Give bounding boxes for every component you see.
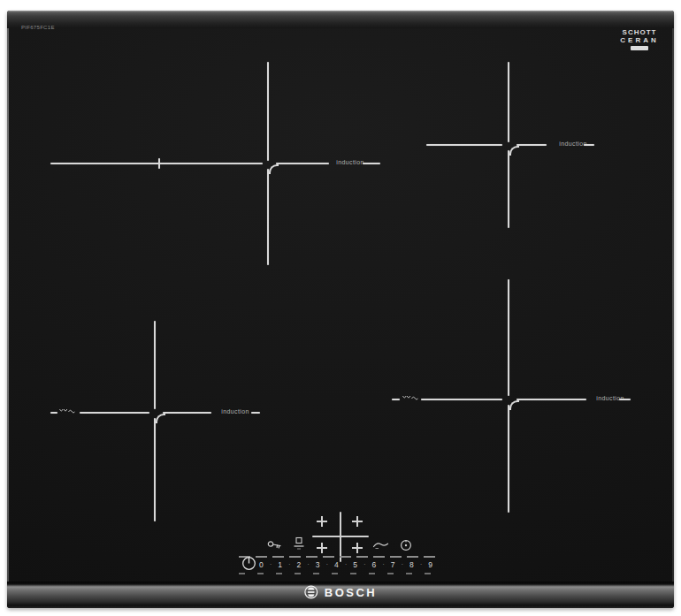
power-level-8[interactable]: 8 (409, 560, 414, 569)
timer-clock-icon[interactable] (400, 539, 412, 551)
left-glass-edge (7, 28, 9, 582)
power-level-4[interactable]: 4 (334, 560, 339, 569)
zone-line (584, 144, 594, 146)
right-glass-edge (672, 28, 674, 582)
zone-line (154, 321, 156, 409)
bosch-logo-text: BOSCH (325, 586, 377, 599)
zone-line (50, 412, 57, 414)
zone-line (163, 412, 211, 414)
schott-badge (631, 46, 648, 50)
bosch-symbol-icon (304, 585, 318, 599)
power-level-5[interactable]: 5 (353, 560, 357, 569)
zone-line (516, 399, 586, 400)
zone-line (276, 163, 329, 164)
combi-zone-icon (58, 406, 76, 416)
zone-line (421, 399, 502, 400)
schott-logo-line2: CERAN (618, 36, 661, 44)
power-level-9[interactable]: 9 (428, 560, 432, 569)
schott-ceran-logo: SCHOTT CERAN (618, 28, 661, 50)
power-level-1[interactable]: 1 (278, 560, 282, 569)
zone-line (50, 163, 263, 164)
product-image: PIF675FC1E SCHOTT CERAN induction induct… (0, 0, 681, 616)
zone-line (508, 150, 509, 228)
power-level-7[interactable]: 7 (391, 560, 395, 569)
wipe-protection-icon[interactable] (372, 540, 389, 550)
schott-logo-line1: SCHOTT (618, 28, 661, 36)
zone-line (363, 163, 380, 164)
zone-line (426, 144, 502, 146)
zone-line-tick (158, 158, 160, 169)
slider-dot: · (363, 560, 366, 568)
glass-surface (7, 28, 674, 582)
power-level-6[interactable]: 6 (372, 560, 377, 569)
bosch-logo: BOSCH (304, 585, 377, 599)
slider-dot: · (288, 560, 291, 568)
zone-label-bottom-left: induction (216, 408, 255, 414)
zone-line (516, 144, 547, 146)
key-child-lock-icon[interactable] (267, 539, 282, 551)
zone-line (619, 399, 631, 400)
zone-select-top-right-button[interactable] (352, 516, 363, 527)
slider-dot: · (420, 560, 423, 568)
zone-line (267, 169, 269, 265)
zone-line (267, 62, 269, 161)
slider-dot: · (401, 560, 403, 568)
slider-dot: · (270, 560, 272, 568)
zone-select-top-left-button[interactable] (317, 516, 327, 527)
zone-line-corner (509, 146, 519, 156)
combi-zone-icon (402, 392, 419, 403)
slider-tick-row-bottom (239, 573, 437, 574)
zone-line (154, 418, 156, 521)
power-level-slider[interactable]: 0·1·2·3·4·5·6·7·8·9 (259, 559, 432, 570)
power-level-0[interactable]: 0 (259, 560, 264, 569)
zone-select-bottom-left-button[interactable] (317, 543, 327, 553)
zone-line (392, 399, 400, 400)
zone-line (508, 405, 509, 513)
model-number-label: PIF675FC1E (21, 25, 55, 30)
zone-select-bottom-right-button[interactable] (352, 543, 363, 553)
zone-line (80, 412, 149, 414)
power-icon[interactable] (241, 556, 256, 571)
zone-line-corner (156, 414, 165, 423)
zone-line (508, 279, 509, 396)
top-bevel-edge (7, 11, 674, 28)
zone-line (508, 62, 509, 142)
pause-icon[interactable] (293, 536, 305, 551)
zone-line (251, 412, 260, 414)
slider-dot: · (382, 560, 385, 568)
power-level-3[interactable]: 3 (316, 560, 320, 569)
zone-line-corner (509, 400, 519, 410)
slider-dot: · (307, 560, 310, 568)
slider-dot: · (325, 560, 328, 568)
zone-line-corner (269, 164, 279, 174)
slider-tick-row-top (239, 556, 437, 558)
power-level-2[interactable]: 2 (297, 560, 302, 569)
slider-dot: · (345, 560, 348, 568)
zone-selector-cross (312, 536, 369, 537)
